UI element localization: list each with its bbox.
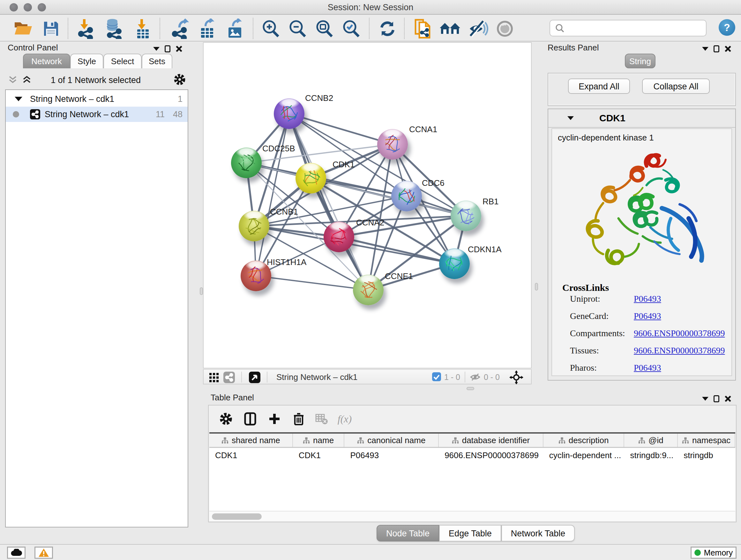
grid-view-icon[interactable] xyxy=(209,373,219,382)
network-node-CDKN1A[interactable] xyxy=(439,248,470,279)
float-panel-icon[interactable] xyxy=(702,397,709,401)
close-panel-icon[interactable] xyxy=(724,45,731,52)
column-header-label: canonical name xyxy=(367,435,425,445)
crosslink-value-link[interactable]: P06493 xyxy=(634,363,661,373)
export-table-icon[interactable] xyxy=(197,18,218,39)
network-node-CCNB2[interactable] xyxy=(274,98,305,129)
network-collection-row[interactable]: String Network – cdk1 1 xyxy=(6,91,188,107)
open-session-icon[interactable] xyxy=(12,18,34,39)
search-input[interactable] xyxy=(549,20,706,37)
memory-button[interactable]: Memory xyxy=(690,547,737,559)
crosslink-value-link[interactable]: 9606.ENSP00000378699 xyxy=(634,346,725,356)
network-node-CDK1[interactable] xyxy=(295,163,326,193)
collection-expander-icon[interactable] xyxy=(15,97,22,101)
collapse-all-chevron-icon[interactable] xyxy=(8,75,18,85)
network-node-CCNA2[interactable] xyxy=(324,222,354,252)
column-header-5[interactable]: @id xyxy=(624,434,678,447)
expand-all-button[interactable]: Expand All xyxy=(568,78,630,94)
show-columns-icon[interactable] xyxy=(242,411,259,427)
fit-selected-crosshair-icon[interactable] xyxy=(509,370,523,384)
network-edge[interactable] xyxy=(339,237,455,264)
column-header-0[interactable]: shared name xyxy=(209,434,293,447)
node-section-header[interactable]: CDK1 xyxy=(548,109,735,128)
zoom-selected-icon[interactable] xyxy=(340,18,362,39)
selected-checkbox-icon[interactable] xyxy=(432,372,441,381)
table-row[interactable]: CDK1CDK1P064939606.ENSP00000378699cyclin… xyxy=(209,448,735,462)
zoom-in-icon[interactable] xyxy=(260,18,281,39)
expand-all-chevron-icon[interactable] xyxy=(22,75,32,85)
table-gear-icon[interactable] xyxy=(218,411,234,427)
crosslink-value-link[interactable]: P06493 xyxy=(634,311,661,321)
maximize-panel-icon[interactable] xyxy=(714,45,719,52)
tab-network[interactable]: Network xyxy=(23,54,70,68)
help-button[interactable]: ? xyxy=(719,19,735,36)
save-session-icon[interactable] xyxy=(40,18,62,39)
delete-column-icon[interactable] xyxy=(290,411,307,427)
network-options-gear-icon[interactable] xyxy=(174,73,186,85)
column-header-6[interactable]: namespac xyxy=(678,434,735,447)
maximize-panel-icon[interactable] xyxy=(714,395,719,402)
results-tab-string[interactable]: String xyxy=(625,54,656,68)
table-cell[interactable]: stringdb xyxy=(678,448,735,462)
network-node-CCNE1[interactable] xyxy=(353,274,384,305)
import-network-icon[interactable] xyxy=(75,18,96,39)
export-network-icon[interactable] xyxy=(169,18,191,39)
add-column-icon[interactable] xyxy=(266,411,283,427)
splitter-handle-right[interactable] xyxy=(535,283,538,291)
export-image-icon[interactable] xyxy=(224,18,246,39)
tab-style[interactable]: Style xyxy=(70,54,104,68)
hide-panel-eye-icon[interactable] xyxy=(467,18,489,39)
tab-sets[interactable]: Sets xyxy=(142,54,172,68)
collapse-all-button[interactable]: Collapse All xyxy=(642,78,710,94)
table-tab-0[interactable]: Node Table xyxy=(377,525,439,542)
crosslink-value-link[interactable]: 9606.ENSP00000378699 xyxy=(634,328,725,338)
export-view-icon[interactable] xyxy=(249,372,260,383)
table-cell[interactable]: CDK1 xyxy=(209,448,293,462)
clone-network-icon[interactable] xyxy=(412,18,433,39)
cloud-status-button[interactable] xyxy=(7,547,25,559)
warning-status-button[interactable] xyxy=(35,547,53,559)
network-row-selected[interactable]: String Network – cdk1 11 48 xyxy=(6,107,188,122)
close-panel-icon[interactable] xyxy=(724,395,731,402)
scrollbar-thumb[interactable] xyxy=(212,513,262,520)
network-node-CCNA1[interactable] xyxy=(377,129,408,160)
column-header-2[interactable]: canonical name xyxy=(344,434,439,447)
network-node-CDC6[interactable] xyxy=(391,181,422,211)
network-edge[interactable] xyxy=(256,276,368,290)
splitter-handle-bottom[interactable] xyxy=(467,387,474,390)
birdseye-icon[interactable] xyxy=(223,372,235,383)
import-network-from-database-icon[interactable] xyxy=(103,18,125,39)
column-header-4[interactable]: description xyxy=(543,434,624,447)
home-icon[interactable] xyxy=(439,18,461,39)
zoom-out-icon[interactable] xyxy=(286,18,308,39)
table-cell[interactable]: cyclin-dependent ... xyxy=(543,448,624,462)
import-table-icon[interactable] xyxy=(131,18,152,39)
tab-select[interactable]: Select xyxy=(104,54,142,68)
crosslink-value-link[interactable]: P06493 xyxy=(634,294,661,304)
table-cell[interactable]: stringdb:9... xyxy=(624,448,678,462)
float-panel-icon[interactable] xyxy=(153,47,159,51)
column-header-label: namespac xyxy=(692,435,731,445)
network-edge[interactable] xyxy=(256,114,289,276)
close-panel-icon[interactable] xyxy=(176,45,183,52)
table-tab-2[interactable]: Network Table xyxy=(501,525,575,542)
zoom-fit-icon[interactable] xyxy=(313,18,335,39)
network-tree: String Network – cdk1 1 String Network –… xyxy=(5,89,188,527)
network-view-canvas[interactable]: CCNB2 CCNA1 CDC25B CDK1 xyxy=(203,42,532,368)
splitter-handle-left[interactable] xyxy=(200,287,203,295)
table-horizontal-scrollbar[interactable] xyxy=(209,511,735,521)
refresh-icon[interactable] xyxy=(377,18,398,39)
table-cell[interactable]: CDK1 xyxy=(293,448,345,462)
network-node-CDC25B[interactable] xyxy=(231,147,262,178)
column-header-3[interactable]: database identifier xyxy=(439,434,543,447)
column-header-1[interactable]: name xyxy=(293,434,345,447)
table-cell[interactable]: 9606.ENSP00000378699 xyxy=(439,448,543,462)
collapse-section-icon[interactable] xyxy=(567,116,574,120)
maximize-panel-icon[interactable] xyxy=(165,45,171,52)
network-node-CCNB1[interactable] xyxy=(239,211,269,241)
float-panel-icon[interactable] xyxy=(702,47,709,51)
table-tab-1[interactable]: Edge Table xyxy=(439,525,501,542)
table-cell[interactable]: P06493 xyxy=(345,448,439,462)
network-node-RB1[interactable] xyxy=(451,200,481,231)
show-eye-icon[interactable] xyxy=(494,18,516,39)
